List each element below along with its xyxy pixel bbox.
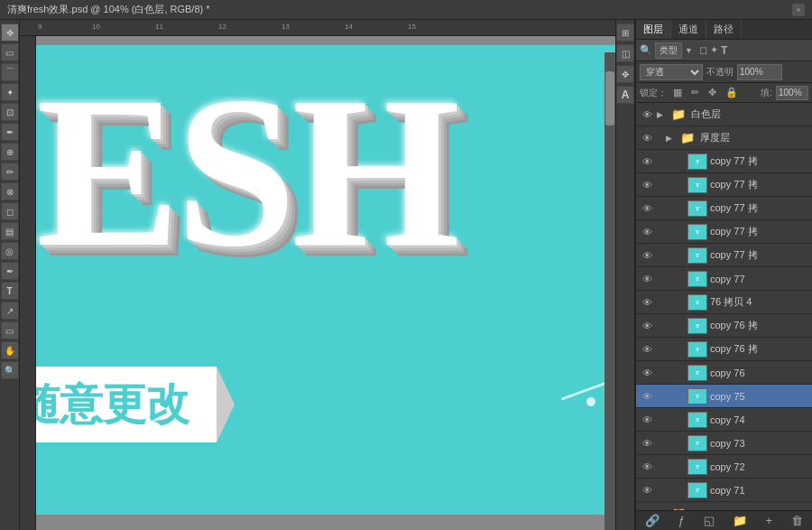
banner: 可随意更改 [36,367,217,442]
layer-item[interactable]: 👁▶📁Background [636,502,812,510]
tab-layers[interactable]: 图层 [636,20,671,39]
layer-item[interactable]: 👁▶📁厚度层 [636,126,812,150]
tab-channels[interactable]: 通道 [671,20,706,39]
shape-tool[interactable]: ▭ [1,321,19,339]
move-tool[interactable]: ✥ [1,23,19,42]
layers-list: 👁▶📁白色层👁▶📁厚度层👁Tcopy 77 拷👁Tcopy 77 拷👁Tcopy… [636,103,812,510]
layer-item[interactable]: 👁Tcopy 75 [636,385,812,408]
lock-pixels-btn[interactable]: ✏ [688,86,702,99]
layer-item[interactable]: 👁Tcopy 77 [636,267,812,291]
layer-thumbnail: T [687,247,707,264]
canvas-vscroll[interactable] [604,52,615,530]
layer-visibility-icon[interactable]: 👁 [640,366,654,380]
layer-visibility-icon[interactable]: 👁 [640,131,654,145]
filter-dropdown[interactable]: ▼ [685,46,693,55]
layer-thumbnail: 📁 [678,130,697,146]
layer-item[interactable]: 👁Tcopy 74 [636,408,812,432]
layer-visibility-icon[interactable]: 👁 [640,295,654,310]
gradient-tool[interactable]: ▤ [1,222,19,240]
layer-visibility-icon[interactable]: 👁 [640,225,654,239]
layer-visibility-icon[interactable]: 👁 [640,460,654,474]
layer-name: copy 77 拷 [710,248,808,262]
clone-tool[interactable]: ⊗ [1,182,19,200]
heal-tool[interactable]: ⊕ [1,143,19,161]
mid-tool-4[interactable]: A [616,86,634,104]
layer-visibility-icon[interactable]: 👁 [640,342,654,357]
layer-visibility-icon[interactable]: 👁 [640,413,654,427]
layer-item[interactable]: 👁Tcopy 77 拷 [636,244,812,267]
wand-tool[interactable]: ✦ [1,83,19,101]
layer-expand-icon[interactable]: ▶ [657,110,666,119]
ruler-mark: 14 [345,23,353,31]
fill-input[interactable] [776,86,808,100]
layer-visibility-icon[interactable]: 👁 [640,319,654,333]
lasso-tool[interactable]: ⌒ [1,63,19,81]
type-filter-label[interactable]: 类型 [655,42,682,59]
filter-icon-2[interactable]: ✦ [710,44,718,56]
layer-expand-icon[interactable]: ▶ [666,134,675,143]
crop-tool[interactable]: ⊡ [1,103,19,121]
delete-layer-btn[interactable]: 🗑 [788,512,807,529]
layer-item[interactable]: 👁Tcopy 76 [636,361,812,385]
type-tool[interactable]: T [1,282,19,300]
layer-visibility-icon[interactable]: 👁 [640,107,654,122]
layer-visibility-icon[interactable]: 👁 [640,436,654,451]
layer-item[interactable]: 👁▶📁白色层 [636,103,812,126]
canvas-content[interactable]: ESH 可随意更改 [36,36,615,530]
lock-transparent-btn[interactable]: ▦ [670,86,685,99]
layer-effects-btn[interactable]: ƒ [675,512,688,529]
tab-paths[interactable]: 路径 [706,20,742,39]
layer-visibility-icon[interactable]: 👁 [640,272,654,286]
layer-name: copy 76 拷 [710,319,808,332]
close-button[interactable]: × [792,4,805,16]
layer-name: copy 77 [710,274,808,284]
link-layers-btn[interactable]: 🔗 [641,512,663,529]
blur-tool[interactable]: ◎ [1,242,19,260]
layer-visibility-icon[interactable]: 👁 [640,201,654,216]
layer-thumbnail: T [687,224,707,240]
layer-item[interactable]: 👁Tcopy 76 拷 [636,314,812,338]
layer-visibility-icon[interactable]: 👁 [640,389,654,404]
zoom-tool[interactable]: 🔍 [1,361,19,379]
layer-item[interactable]: 👁Tcopy 72 [636,455,812,479]
new-layer-btn[interactable]: + [762,512,777,529]
layer-item[interactable]: 👁Tcopy 77 拷 [636,197,812,220]
mid-tool-1[interactable]: ⊞ [616,23,634,42]
deco-dot [586,397,595,406]
layer-mask-btn[interactable]: ◱ [700,512,718,529]
eyedropper-tool[interactable]: ✒ [1,123,19,141]
layer-item[interactable]: 👁Tcopy 71 [636,479,812,502]
layer-item[interactable]: 👁Tcopy 73 [636,432,812,455]
lock-all-btn[interactable]: 🔒 [723,86,741,99]
layer-visibility-icon[interactable]: 👁 [640,483,654,497]
lock-position-btn[interactable]: ✥ [706,86,719,99]
path-select-tool[interactable]: ↗ [1,302,19,320]
blend-mode-select[interactable]: 穿透 [640,64,703,80]
layer-item[interactable]: 👁Tcopy 77 拷 [636,150,812,173]
layer-visibility-icon[interactable]: 👁 [640,178,654,192]
filter-icon-1[interactable]: ◻ [699,44,707,56]
opacity-input[interactable] [737,64,782,80]
new-group-btn[interactable]: 📁 [729,512,751,529]
mid-tool-2[interactable]: ◫ [616,44,634,62]
layer-item[interactable]: 👁Tcopy 77 拷 [636,220,812,244]
filter-icon-3[interactable]: T [721,44,727,57]
eraser-tool[interactable]: ◻ [1,202,19,220]
select-tool[interactable]: ▭ [1,43,19,61]
layer-visibility-icon[interactable]: 👁 [640,248,654,263]
hand-tool[interactable]: ✋ [1,341,19,359]
layer-thumbnail: T [687,318,707,334]
mid-tool-3[interactable]: ✥ [616,65,634,83]
pen-tool[interactable]: ✒ [1,262,19,280]
layer-item[interactable]: 👁T76 拷贝 4 [636,291,812,314]
layer-visibility-icon[interactable]: 👁 [640,154,654,169]
fill-label: 填: [761,87,772,99]
brush-tool[interactable]: ✏ [1,163,19,181]
panel-tabs: 图层 通道 路径 [636,20,812,40]
layer-thumbnail: T [687,341,707,358]
panel-bottom-bar: 🔗 ƒ ◱ 📁 + 🗑 [636,510,812,530]
vscroll-thumb[interactable] [605,71,614,126]
layer-item[interactable]: 👁Tcopy 77 拷 [636,173,812,197]
layer-name: 白色层 [691,107,808,121]
layer-item[interactable]: 👁Tcopy 76 拷 [636,338,812,361]
